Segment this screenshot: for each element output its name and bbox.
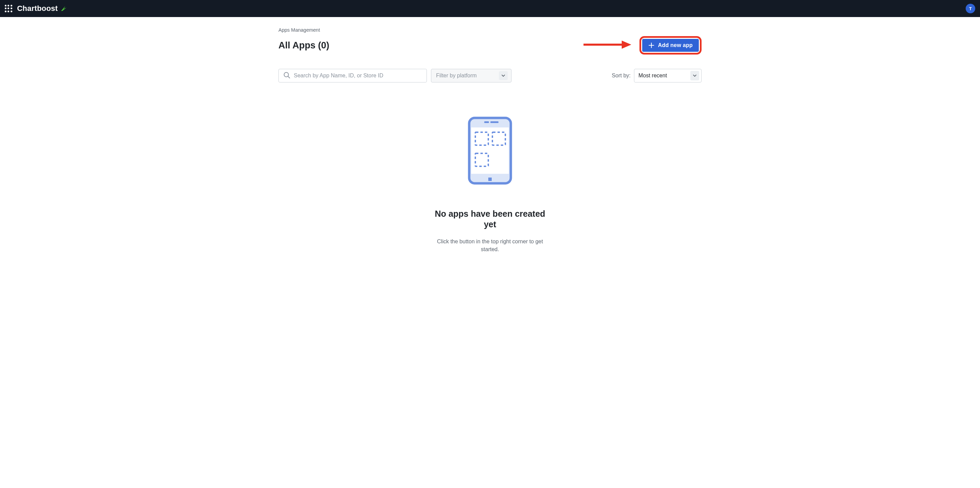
empty-state-title: No apps have been created yet bbox=[432, 209, 548, 230]
filters-left: Filter by platform bbox=[278, 69, 512, 82]
add-new-app-button[interactable]: Add new app bbox=[642, 39, 699, 52]
search-box[interactable] bbox=[278, 69, 427, 82]
platform-filter-select[interactable]: Filter by platform bbox=[431, 69, 512, 82]
svg-marker-1 bbox=[622, 41, 631, 49]
empty-state-subtitle: Click the button in the top right corner… bbox=[435, 238, 545, 253]
svg-line-5 bbox=[288, 76, 290, 78]
page-content: Apps Management All Apps (0) Add new bbox=[278, 17, 702, 274]
app-switcher-icon[interactable] bbox=[5, 5, 12, 12]
sort-select[interactable]: Most recent bbox=[634, 69, 702, 82]
sort-label: Sort by: bbox=[612, 73, 631, 79]
user-avatar[interactable]: T bbox=[966, 4, 975, 13]
plus-icon bbox=[648, 42, 654, 48]
breadcrumb: Apps Management bbox=[278, 27, 702, 33]
brand-mark-icon bbox=[60, 5, 67, 12]
search-input[interactable] bbox=[294, 73, 422, 79]
topbar-left: Chartboost bbox=[5, 4, 67, 13]
page-title: All Apps (0) bbox=[278, 40, 329, 51]
add-button-highlight-wrap: Add new app bbox=[640, 36, 702, 54]
annotation-arrow-icon bbox=[584, 40, 631, 51]
brand-text: Chartboost bbox=[17, 4, 58, 13]
search-icon bbox=[283, 71, 290, 80]
sort-group: Sort by: Most recent bbox=[612, 69, 702, 82]
empty-state: No apps have been created yet Click the … bbox=[278, 117, 702, 253]
svg-rect-9 bbox=[490, 121, 498, 123]
filters-row: Filter by platform Sort by: Most recent bbox=[278, 69, 702, 82]
sort-selected-value: Most recent bbox=[638, 73, 667, 79]
platform-filter-label: Filter by platform bbox=[436, 73, 477, 79]
brand-logo[interactable]: Chartboost bbox=[17, 4, 67, 13]
user-avatar-initial: T bbox=[969, 6, 972, 11]
topbar: Chartboost T bbox=[0, 0, 980, 17]
chevron-down-icon bbox=[499, 71, 508, 80]
phone-illustration-icon bbox=[468, 117, 512, 185]
svg-rect-10 bbox=[488, 177, 492, 181]
title-row: All Apps (0) Add new app bbox=[278, 36, 702, 54]
chevron-down-icon bbox=[690, 71, 699, 81]
svg-rect-8 bbox=[484, 121, 489, 123]
add-button-label: Add new app bbox=[658, 42, 693, 48]
